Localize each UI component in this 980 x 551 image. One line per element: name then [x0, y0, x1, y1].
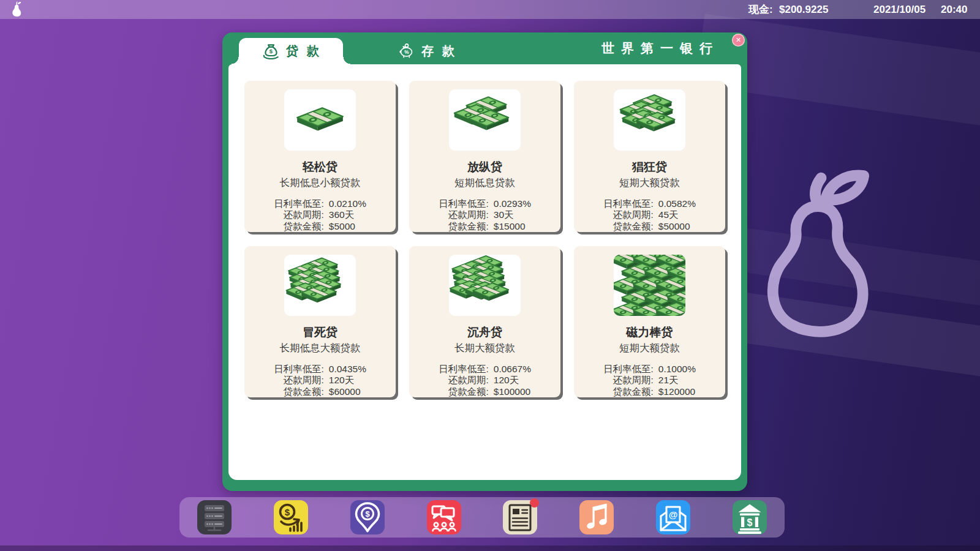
loan-stats: 日利率低至:0.0293%还款周期:30天贷款金额:$15000 [439, 198, 531, 233]
svg-text:$: $ [365, 509, 370, 519]
piggy-bank-icon: % [398, 43, 415, 59]
loan-card[interactable]: 沉舟贷 长期大额贷款 日利率低至:0.0667%还款周期:120天贷款金额:$1… [409, 246, 560, 397]
dialog-content: 轻松贷 长期低息小额贷款 日利率低至:0.0210%还款周期:360天贷款金额:… [228, 64, 741, 480]
time-label: 20:40 [941, 0, 967, 19]
svg-text:$: $ [285, 507, 290, 517]
loan-name: 冒死贷 [303, 324, 337, 340]
stat-value: 45天 [658, 209, 696, 221]
loan-description: 长期低息大额贷款 [280, 342, 361, 355]
stat-value: 120天 [494, 375, 531, 386]
loan-card[interactable]: 猖狂贷 短期大额贷款 日利率低至:0.0582%还款周期:45天贷款金额:$50… [574, 81, 725, 232]
loan-name: 轻松贷 [303, 159, 337, 175]
loan-stats: 日利率低至:0.0667%还款周期:120天贷款金额:$100000 [439, 364, 531, 398]
stat-value: $15000 [494, 221, 531, 233]
bottom-shade-bar [0, 545, 980, 551]
stat-value: 120天 [329, 375, 366, 386]
loan-name: 沉舟贷 [467, 324, 502, 340]
money-pile-box [284, 255, 356, 316]
loan-card[interactable]: 冒死贷 长期低息大额贷款 日利率低至:0.0435%还款周期:120天贷款金额:… [244, 246, 396, 397]
money-pile-box [614, 89, 685, 151]
tab-deposits-label: 存款 [421, 43, 463, 59]
stat-label: 贷款金额: [274, 386, 324, 398]
stat-value: $5000 [329, 221, 366, 233]
stat-label: 贷款金额: [439, 386, 489, 398]
bank-dialog: $ 贷款 % 存款 世界第一银行 ✕ [222, 32, 747, 491]
loan-card-grid: 轻松贷 长期低息小额贷款 日利率低至:0.0210%还款周期:360天贷款金额:… [244, 81, 725, 397]
money-pile-1 [284, 89, 356, 151]
loan-card[interactable]: 轻松贷 长期低息小额贷款 日利率低至:0.0210%还款周期:360天贷款金额:… [244, 81, 396, 232]
loan-description: 长期低息小额贷款 [280, 176, 361, 190]
stat-value: 30天 [494, 209, 531, 221]
money-pile-3 [614, 89, 685, 151]
tab-deposits[interactable]: % 存款 [398, 38, 454, 64]
loan-stats: 日利率低至:0.0582%还款周期:45天贷款金额:$50000 [603, 198, 696, 233]
cash-value: $200.9225 [779, 0, 828, 19]
bank-title: 世界第一银行 [601, 32, 719, 64]
svg-text:$: $ [747, 517, 752, 528]
stat-label: 日利率低至: [274, 364, 324, 375]
pear-watermark-icon [753, 135, 884, 378]
loan-name: 磁力棒贷 [627, 324, 673, 340]
dock-item-music-note[interactable] [579, 500, 614, 534]
stat-value: $50000 [658, 221, 696, 233]
stat-label: 贷款金额: [603, 221, 654, 233]
game-screen: 现金: $200.9225 2021/10/05 20:40 $ 贷款 % 存 [0, 0, 980, 551]
date-label: 2021/10/05 [873, 0, 925, 19]
stat-label: 还款周期: [439, 209, 489, 221]
money-pile-box [614, 255, 685, 316]
stat-label: 日利率低至: [603, 364, 654, 375]
stat-label: 日利率低至: [439, 198, 489, 210]
stat-label: 贷款金额: [603, 386, 654, 398]
stat-label: 日利率低至: [274, 198, 324, 210]
loan-card[interactable]: 放纵贷 短期低息贷款 日利率低至:0.0293%还款周期:30天贷款金额:$15… [409, 81, 560, 232]
stat-value: 0.0293% [494, 198, 531, 210]
loan-description: 长期大额贷款 [454, 342, 515, 355]
tab-loans[interactable]: $ 贷款 [239, 38, 343, 64]
stat-value: 0.0435% [329, 364, 366, 375]
money-pile-6 [614, 255, 685, 316]
hand-moneybag-icon: $ [263, 43, 279, 59]
dock-item-chat-group[interactable] [427, 500, 461, 534]
loan-description: 短期大额贷款 [619, 176, 680, 190]
tab-loans-label: 贷款 [286, 43, 328, 59]
loan-description: 短期大额贷款 [619, 342, 680, 355]
loan-card[interactable]: 磁力棒贷 短期大额贷款 日利率低至:0.1000%还款周期:21天贷款金额:$1… [574, 246, 725, 397]
loan-name: 猖狂贷 [632, 159, 667, 175]
dock-item-map-pin-dollar[interactable]: $ [350, 500, 385, 534]
stat-value: $100000 [494, 386, 531, 398]
money-pile-box [449, 89, 521, 151]
stat-value: $60000 [329, 386, 366, 398]
close-button[interactable]: ✕ [732, 34, 745, 47]
stat-label: 还款周期: [603, 375, 654, 386]
status-bar: 现金: $200.9225 2021/10/05 20:40 [0, 0, 980, 19]
svg-text:$: $ [270, 48, 273, 54]
dock-item-bank-building[interactable]: $ [733, 500, 767, 534]
stat-label: 贷款金额: [274, 221, 324, 233]
money-pile-4 [284, 255, 356, 316]
svg-text:@: @ [669, 509, 678, 520]
loan-stats: 日利率低至:0.0435%还款周期:120天贷款金额:$60000 [274, 364, 366, 398]
svg-text:%: % [404, 50, 409, 55]
stat-label: 还款周期: [603, 209, 654, 221]
stat-label: 日利率低至: [603, 198, 654, 210]
stat-value: 360天 [329, 209, 366, 221]
app-dock: $ $ [179, 497, 785, 538]
money-pile-box [284, 89, 356, 151]
dock-item-finance-chart[interactable]: $ [274, 500, 308, 534]
stat-label: 还款周期: [274, 375, 324, 386]
stat-label: 还款周期: [439, 375, 489, 386]
dock-item-mail-at[interactable]: @ [656, 500, 690, 534]
stat-value: 0.0582% [658, 198, 696, 210]
stat-label: 贷款金额: [439, 221, 489, 233]
money-pile-box [449, 255, 521, 316]
stat-label: 日利率低至: [439, 364, 489, 375]
money-pile-5 [449, 255, 521, 316]
loan-description: 短期低息贷款 [454, 176, 515, 190]
stat-value: 0.1000% [658, 364, 696, 375]
stat-value: 0.0210% [329, 198, 366, 210]
dock-item-newspaper[interactable] [503, 500, 537, 534]
loan-stats: 日利率低至:0.1000%还款周期:21天贷款金额:$120000 [603, 364, 696, 398]
cash-label: 现金: [748, 0, 773, 19]
loan-name: 放纵贷 [467, 159, 502, 175]
dock-item-server-rack[interactable] [197, 500, 232, 534]
